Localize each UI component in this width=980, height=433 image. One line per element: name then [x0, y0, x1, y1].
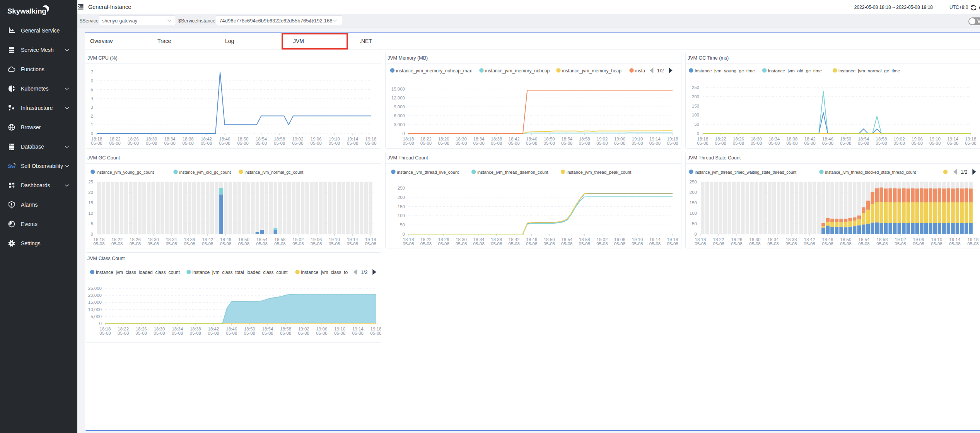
svg-text:instance_jvm_memory_noheap_max: instance_jvm_memory_noheap_max	[396, 68, 472, 74]
svg-text:05-08: 05-08	[262, 331, 273, 335]
svg-text:05-08: 05-08	[190, 331, 201, 335]
svg-text:12,000: 12,000	[391, 96, 405, 100]
svg-text:05-08: 05-08	[208, 331, 219, 335]
svg-text:05-08: 05-08	[172, 331, 183, 335]
svg-text:05-08: 05-08	[146, 141, 157, 145]
svg-text:05-08: 05-08	[786, 141, 797, 145]
svg-text:05-08: 05-08	[136, 331, 147, 335]
svg-text:10,000: 10,000	[88, 307, 102, 312]
svg-text:1/2: 1/2	[361, 270, 367, 275]
svg-text:100: 100	[690, 211, 697, 216]
svg-text:05-08: 05-08	[148, 241, 159, 246]
svg-text:50: 50	[400, 222, 405, 227]
svg-text:JVM Thread State Count: JVM Thread State Count	[688, 155, 741, 161]
svg-text:6: 6	[91, 79, 93, 83]
svg-text:0: 0	[91, 232, 93, 236]
svg-text:05-08: 05-08	[965, 141, 976, 145]
svg-text:10: 10	[88, 211, 93, 216]
svg-text:05-08: 05-08	[202, 241, 213, 246]
svg-text:05-08: 05-08	[365, 241, 376, 246]
svg-text:250: 250	[692, 85, 699, 90]
svg-text:0: 0	[91, 131, 93, 136]
svg-text:JVM Class Count: JVM Class Count	[87, 256, 125, 261]
svg-text:05-08: 05-08	[237, 141, 248, 145]
svg-text:05-08: 05-08	[893, 141, 905, 145]
svg-text:05-08: 05-08	[420, 241, 432, 246]
svg-text:instance_jvm_thread_daemon_cou: instance_jvm_thread_daemon_count	[477, 170, 548, 175]
svg-text:05-08: 05-08	[632, 241, 643, 246]
svg-text:05-08: 05-08	[128, 141, 139, 145]
svg-text:05-08: 05-08	[858, 241, 869, 246]
svg-text:05-08: 05-08	[244, 331, 255, 335]
svg-text:05-08: 05-08	[876, 141, 887, 145]
svg-text:0: 0	[99, 321, 102, 326]
svg-text:05-08: 05-08	[130, 241, 141, 246]
svg-text:05-08: 05-08	[749, 241, 760, 246]
svg-text:instance_jvm_normal_gc_count: instance_jvm_normal_gc_count	[244, 170, 303, 175]
svg-text:9,000: 9,000	[394, 104, 405, 109]
svg-text:05-08: 05-08	[697, 141, 708, 145]
svg-text:150: 150	[690, 200, 697, 205]
svg-text:05-08: 05-08	[733, 141, 744, 145]
svg-text:150: 150	[692, 104, 699, 108]
svg-text:05-08: 05-08	[508, 241, 519, 246]
svg-text:instance_jvm_young_gc_time: instance_jvm_young_gc_time	[695, 68, 755, 74]
svg-text:20: 20	[88, 190, 93, 195]
svg-text:05-08: 05-08	[840, 241, 851, 246]
svg-text:250: 250	[690, 180, 697, 184]
svg-text:05-08: 05-08	[822, 241, 833, 246]
svg-text:1/2: 1/2	[657, 68, 664, 74]
svg-text:05-08: 05-08	[183, 141, 194, 145]
svg-text:05-08: 05-08	[316, 331, 327, 335]
svg-text:05-08: 05-08	[473, 241, 484, 246]
svg-text:05-08: 05-08	[184, 241, 195, 246]
svg-text:05-08: 05-08	[526, 141, 537, 145]
svg-text:05-08: 05-08	[166, 241, 177, 246]
svg-text:JVM Thread Count: JVM Thread Count	[388, 155, 428, 161]
svg-text:05-08: 05-08	[822, 141, 833, 145]
svg-text:5,000: 5,000	[90, 314, 102, 319]
svg-text:05-08: 05-08	[632, 141, 643, 145]
svg-text:05-08: 05-08	[438, 141, 449, 145]
svg-text:150: 150	[398, 204, 405, 209]
svg-text:05-08: 05-08	[310, 141, 321, 145]
svg-text:05-08: 05-08	[456, 141, 467, 145]
svg-text:05-08: 05-08	[256, 141, 267, 145]
svg-text:05-08: 05-08	[347, 241, 358, 246]
svg-text:05-08: 05-08	[713, 241, 724, 246]
svg-text:05-08: 05-08	[164, 141, 175, 145]
svg-text:05-08: 05-08	[91, 141, 102, 145]
svg-text:05-08: 05-08	[767, 241, 779, 246]
svg-text:05-08: 05-08	[329, 141, 340, 145]
svg-text:JVM GC Count: JVM GC Count	[87, 155, 120, 161]
svg-text:05-08: 05-08	[347, 141, 358, 145]
svg-text:7: 7	[91, 70, 93, 74]
svg-text:05-08: 05-08	[876, 241, 888, 246]
svg-text:4: 4	[91, 96, 94, 101]
svg-text:05-08: 05-08	[751, 141, 762, 145]
svg-text:25: 25	[88, 180, 93, 184]
svg-text:05-08: 05-08	[895, 241, 906, 246]
svg-text:15,000: 15,000	[88, 300, 102, 305]
svg-text:05-08: 05-08	[840, 141, 851, 145]
svg-text:05-08: 05-08	[473, 141, 484, 145]
svg-text:05-08: 05-08	[649, 241, 661, 246]
svg-text:05-08: 05-08	[438, 241, 449, 246]
svg-text:250: 250	[398, 186, 405, 190]
svg-text:200: 200	[692, 94, 699, 99]
svg-text:05-08: 05-08	[238, 241, 249, 246]
svg-text:instance_jvm_thread_blocked_st: instance_jvm_thread_blocked_state_thread…	[825, 170, 916, 175]
svg-text:100: 100	[692, 113, 699, 117]
svg-text:05-08: 05-08	[931, 241, 942, 246]
svg-text:5: 5	[91, 221, 93, 226]
svg-text:05-08: 05-08	[109, 141, 121, 145]
svg-text:05-08: 05-08	[695, 241, 706, 246]
svg-text:15: 15	[88, 200, 93, 205]
svg-text:05-08: 05-08	[93, 241, 104, 246]
svg-text:05-08: 05-08	[561, 141, 572, 145]
svg-text:05-08: 05-08	[280, 331, 291, 335]
svg-text:instance_jvm_thread_live_count: instance_jvm_thread_live_count	[397, 170, 459, 175]
svg-text:instance_jvm_old_gc_count: instance_jvm_old_gc_count	[179, 170, 231, 175]
svg-text:instance_jvm_class_to: instance_jvm_class_to	[301, 270, 348, 275]
svg-text:05-08: 05-08	[456, 241, 467, 246]
